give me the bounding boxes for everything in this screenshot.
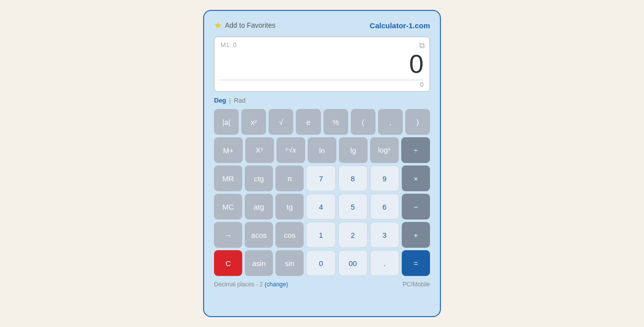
favorites-label: Add to Favorites — [225, 21, 275, 29]
star-icon: ★ — [214, 20, 222, 31]
btn-atg[interactable]: atg — [245, 194, 273, 219]
add-favorites-button[interactable]: ★ Add to Favorites — [214, 20, 275, 31]
angle-separator: | — [229, 97, 231, 104]
btn-ctg[interactable]: ctg — [245, 165, 273, 191]
btn-yroot[interactable]: ʸ√x — [276, 137, 305, 163]
btn-row-4: →acoscos123+ — [214, 222, 430, 248]
btn-asin[interactable]: asin — [245, 250, 273, 276]
btn-power[interactable]: Xʸ — [245, 137, 274, 163]
display-secondary-value: 0 — [220, 81, 424, 88]
clipboard-icon[interactable]: ⧉ — [419, 41, 425, 50]
btn-logy[interactable]: logʸ — [370, 137, 399, 163]
btn-ln[interactable]: ln — [308, 137, 336, 163]
btn-six[interactable]: 6 — [370, 194, 399, 219]
btn-sqrt[interactable]: √ — [268, 109, 293, 135]
btn-cos[interactable]: cos — [275, 222, 304, 248]
display-divider — [220, 80, 424, 80]
btn-double-zero[interactable]: 00 — [338, 250, 368, 276]
display-main-value: 0 — [220, 51, 424, 77]
btn-clear[interactable]: C — [214, 250, 242, 276]
btn-row-5: Casinsin000.= — [214, 250, 430, 276]
btn-nine[interactable]: 9 — [370, 165, 399, 191]
btn-memory-clear[interactable]: MC — [214, 194, 242, 219]
buttons-grid: |a|x²√e%(,)M+Xʸʸ√xlnlglogʸ÷MRctgπ789×MCa… — [214, 109, 430, 276]
btn-three[interactable]: 3 — [370, 222, 399, 248]
btn-divide[interactable]: ÷ — [401, 137, 430, 163]
btn-abs[interactable]: |a| — [214, 109, 239, 135]
angle-mode: Deg | Rad — [214, 97, 430, 104]
deg-button[interactable]: Deg — [214, 97, 226, 104]
btn-row-2: MRctgπ789× — [214, 165, 430, 191]
btn-zero[interactable]: 0 — [306, 250, 335, 276]
btn-arrow[interactable]: → — [214, 222, 242, 248]
header: ★ Add to Favorites Calculator-1.com — [214, 20, 430, 31]
btn-add[interactable]: + — [402, 222, 430, 248]
btn-row-3: MCatgtg456− — [214, 194, 430, 219]
btn-subtract[interactable]: − — [402, 194, 430, 219]
btn-acos[interactable]: acos — [245, 222, 273, 248]
display-box: M1: 0 ⧉ 0 0 — [214, 37, 430, 92]
btn-four[interactable]: 4 — [306, 194, 335, 219]
btn-one[interactable]: 1 — [306, 222, 335, 248]
btn-lparen[interactable]: ( — [351, 109, 376, 135]
footer: Decimal places - 2 (change) PC/Mobile — [214, 281, 430, 288]
btn-decimal[interactable]: . — [370, 250, 399, 276]
btn-five[interactable]: 5 — [338, 194, 368, 219]
btn-seven[interactable]: 7 — [306, 165, 335, 191]
site-name: Calculator-1.com — [370, 21, 430, 30]
btn-percent[interactable]: % — [323, 109, 348, 135]
decimal-info: Decimal places - 2 (change) — [214, 281, 288, 288]
btn-square[interactable]: x² — [241, 109, 266, 135]
rad-button[interactable]: Rad — [234, 97, 246, 104]
calculator: ★ Add to Favorites Calculator-1.com M1: … — [203, 10, 441, 317]
btn-sin[interactable]: sin — [275, 250, 304, 276]
btn-equals[interactable]: = — [402, 250, 430, 276]
btn-eight[interactable]: 8 — [338, 165, 368, 191]
change-link[interactable]: (change) — [265, 281, 288, 288]
btn-euler[interactable]: e — [296, 109, 321, 135]
btn-row-1: M+Xʸʸ√xlnlglogʸ÷ — [214, 137, 430, 163]
btn-pi[interactable]: π — [275, 165, 304, 191]
btn-comma[interactable]: , — [378, 109, 403, 135]
decimal-label: Decimal places - 2 — [214, 281, 265, 288]
btn-lg[interactable]: lg — [339, 137, 368, 163]
memory-label: M1: 0 — [220, 41, 237, 49]
btn-two[interactable]: 2 — [338, 222, 368, 248]
btn-memory-add[interactable]: M+ — [214, 137, 243, 163]
btn-rparen[interactable]: ) — [405, 109, 430, 135]
btn-multiply[interactable]: × — [402, 165, 430, 191]
btn-row-0: |a|x²√e%(,) — [214, 109, 430, 135]
btn-memory-recall[interactable]: MR — [214, 165, 242, 191]
btn-tg[interactable]: tg — [275, 194, 304, 219]
platform-label: PC/Mobile — [403, 281, 430, 288]
